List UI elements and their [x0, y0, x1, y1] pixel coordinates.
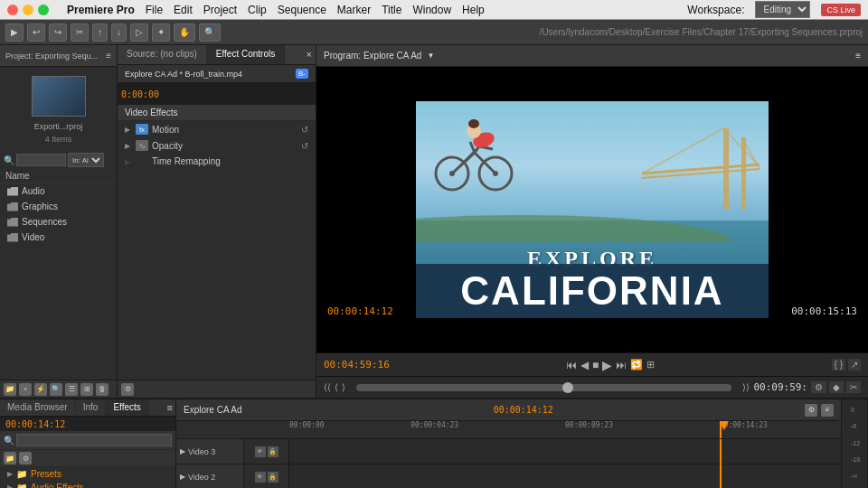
folder-icon-graphics: [7, 202, 18, 211]
toolbar-btn-razor[interactable]: ✦: [152, 23, 170, 42]
toolbar: ▶ ↩ ↪ ✂ ↑ ↓ ▷ ✦ ✋ 🔍 /Users/lyndacom/Desk…: [0, 20, 868, 45]
opacity-reset-icon[interactable]: ↺: [301, 141, 308, 151]
tree-presets[interactable]: ▶ 📁 Presets: [0, 467, 175, 481]
play-icon[interactable]: ▶: [602, 358, 612, 372]
ruler-mark-2: 00:00:09:23: [565, 421, 613, 429]
panel-menu-icon[interactable]: ≡: [106, 51, 111, 61]
stop-icon[interactable]: ■: [592, 359, 599, 371]
motion-expand-arrow[interactable]: ▶: [125, 126, 132, 133]
shuttle-bar[interactable]: [356, 384, 731, 391]
shuttle-left[interactable]: ⟨⟨: [324, 382, 331, 392]
track-v3-expand[interactable]: ▶: [180, 447, 185, 455]
toolbar-btn-4[interactable]: ✂: [71, 23, 89, 42]
shuttle-knob[interactable]: [562, 382, 573, 393]
toolbar-btn-1[interactable]: ▶: [5, 23, 24, 42]
v2-lock-icon[interactable]: 🔒: [268, 472, 278, 483]
track-video3-content[interactable]: [289, 439, 841, 464]
safe-margins-icon[interactable]: ⊞: [646, 359, 655, 371]
effect-motion[interactable]: ▶ fx Motion ↺: [118, 121, 316, 137]
menu-item-marker[interactable]: Marker: [337, 4, 371, 16]
tab-info[interactable]: Info: [76, 399, 107, 416]
menu-item-sequence[interactable]: Sequence: [278, 4, 326, 16]
preview-dropdown-icon[interactable]: ▼: [427, 52, 434, 60]
timeremapping-expand-arrow[interactable]: ▶: [125, 158, 132, 165]
step-forward-icon[interactable]: ⏭: [616, 359, 627, 371]
motion-reset-icon[interactable]: ↺: [301, 125, 308, 135]
menu-bar: Premiere Pro File Edit Project Clip Sequ…: [0, 0, 868, 20]
workspace-select[interactable]: Editing: [755, 1, 810, 18]
scissors-icon[interactable]: ✂: [846, 381, 861, 393]
toolbar-btn-5[interactable]: ↑: [92, 23, 108, 42]
icon-view-icon[interactable]: ⊞: [80, 383, 93, 396]
toolbar-btn-select[interactable]: ▷: [130, 23, 148, 42]
ca-california-text: CALIFORNIA: [416, 264, 769, 318]
tree-item-graphics[interactable]: Graphics: [0, 199, 117, 214]
new-item-icon[interactable]: +: [19, 383, 32, 396]
timeline-ruler: 00:00:00 00:00:04:23 00:00:09:23 00:00:1…: [176, 421, 841, 439]
in-out-icon[interactable]: { }: [832, 359, 845, 371]
panel-close-icon[interactable]: ×: [303, 45, 316, 64]
loop-icon[interactable]: 🔁: [630, 359, 643, 371]
in-select[interactable]: In: All: [68, 153, 104, 167]
menu-item-project[interactable]: Project: [203, 4, 237, 16]
track-video2-content[interactable]: [289, 465, 841, 488]
playback-timecode: 00:04:59:16: [324, 359, 390, 371]
traffic-lights: [7, 5, 49, 15]
timeline-menu-icon[interactable]: ≡: [821, 404, 834, 417]
tab-effect-controls[interactable]: Effect Controls: [207, 45, 285, 64]
jog-left[interactable]: ⟨: [335, 382, 338, 392]
automate-icon[interactable]: ⚡: [34, 383, 47, 396]
project-items-count: 4 Items: [45, 135, 72, 144]
tree-item-video[interactable]: Video: [0, 230, 117, 245]
v2-eye-icon[interactable]: 👁: [255, 472, 266, 483]
new-folder-icon[interactable]: 📁: [4, 452, 16, 465]
track-v2-expand[interactable]: ▶: [180, 473, 185, 481]
timeline-settings-icon[interactable]: ⚙: [805, 404, 817, 417]
tree-item-audio[interactable]: Audio: [0, 183, 117, 199]
svg-point-19: [468, 119, 479, 128]
effects-panel-menu[interactable]: ≡: [165, 399, 175, 416]
cs-live-button[interactable]: CS Live: [821, 4, 861, 16]
menu-item-file[interactable]: File: [146, 4, 163, 16]
toolbar-btn-3[interactable]: ↪: [49, 23, 67, 42]
find-icon[interactable]: 🔍: [50, 383, 62, 396]
delete-icon[interactable]: 🗑: [96, 383, 108, 396]
menu-item-help[interactable]: Help: [462, 4, 485, 16]
preview-settings-icon[interactable]: ≡: [855, 51, 861, 61]
menu-item-window[interactable]: Window: [412, 4, 451, 16]
v3-eye-icon[interactable]: 👁: [255, 446, 266, 457]
menu-item-title[interactable]: Title: [382, 4, 401, 16]
clip-name-display: Explore CA Ad * B-roll_train.mp4 B-: [118, 65, 316, 83]
export-icon[interactable]: ↗: [848, 359, 861, 371]
new-bin-icon[interactable]: 📁: [4, 383, 16, 396]
toolbar-btn-2[interactable]: ↩: [27, 23, 45, 42]
effect-time-remapping[interactable]: ▶ Time Remapping: [118, 154, 316, 169]
play-back-icon[interactable]: ◀: [580, 359, 589, 371]
toolbar-btn-6[interactable]: ↓: [111, 23, 127, 42]
close-button[interactable]: [7, 5, 18, 15]
toolbar-btn-zoom[interactable]: 🔍: [199, 23, 221, 42]
effect-settings-icon[interactable]: ⚙: [121, 383, 134, 396]
tab-effects[interactable]: Effects: [106, 399, 148, 416]
opacity-expand-arrow[interactable]: ▶: [125, 142, 132, 149]
v3-lock-icon[interactable]: 🔒: [268, 446, 278, 457]
shuttle-right[interactable]: ⟩⟩: [742, 382, 750, 392]
toolbar-btn-hand[interactable]: ✋: [174, 23, 195, 42]
effects-settings-icon[interactable]: ⚙: [19, 452, 32, 465]
menu-item-edit[interactable]: Edit: [174, 4, 193, 16]
menu-item-clip[interactable]: Clip: [248, 4, 267, 16]
tab-source[interactable]: Source: (no clips): [118, 45, 207, 64]
list-view-icon[interactable]: ☰: [65, 383, 78, 396]
maximize-button[interactable]: [38, 5, 49, 15]
project-search-input[interactable]: [16, 154, 66, 166]
jog-right[interactable]: ⟩: [342, 382, 345, 392]
step-back-icon[interactable]: ⏮: [566, 359, 577, 371]
marker-icon[interactable]: ◆: [829, 381, 844, 393]
tree-audio-effects[interactable]: ▶ 📁 Audio Effects: [0, 481, 175, 488]
effects-search-input[interactable]: [16, 434, 172, 446]
tree-item-sequences[interactable]: Sequences: [0, 214, 117, 230]
wrench-icon[interactable]: ⚙: [811, 381, 826, 393]
effect-opacity[interactable]: ▶ ∿ Opacity ↺: [118, 137, 316, 154]
tab-media-browser[interactable]: Media Browser: [0, 399, 76, 416]
minimize-button[interactable]: [23, 5, 33, 15]
